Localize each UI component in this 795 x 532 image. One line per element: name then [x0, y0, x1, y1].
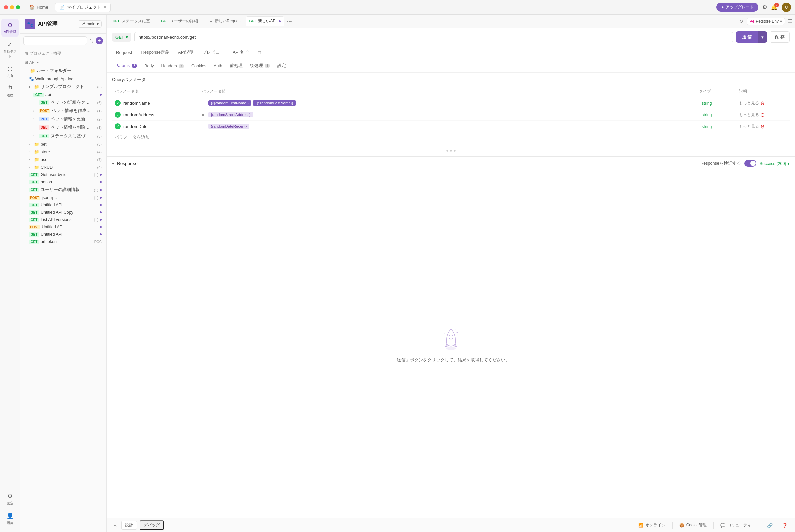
sub-tab-settings[interactable]: 設定 — [274, 61, 289, 71]
save-button[interactable]: 保 存 — [770, 31, 790, 43]
param-value-1[interactable]: {{$randomFirstName}} {{$randomLastName}} — [208, 100, 296, 106]
panel-tab-icon[interactable]: □ — [254, 47, 265, 59]
export-button[interactable]: 🔗 — [765, 522, 775, 529]
panel-tab-preview[interactable]: プレビュー — [198, 46, 228, 59]
tab-close-button[interactable]: ✕ — [103, 5, 107, 10]
validate-toggle[interactable] — [744, 160, 756, 167]
tree-item-put-pet[interactable]: › PUT ペット情報を更新… (2) — [21, 115, 105, 124]
more-link-2[interactable]: もっと見る — [739, 112, 759, 118]
param-value-3[interactable]: {randomDateRecent} — [208, 124, 249, 129]
tree-item-notion[interactable]: GET notion — [21, 178, 105, 186]
design-tab-button[interactable]: 設計 — [121, 521, 137, 530]
add-param-button[interactable]: パラメータを追加 — [112, 133, 790, 142]
sidebar-item-autotest[interactable]: ✓ 自動テスト — [1, 38, 19, 61]
send-button[interactable]: 送 信 — [736, 31, 758, 43]
debug-tab-button[interactable]: デバッグ — [139, 520, 164, 530]
sub-tab-post-process[interactable]: 後処理 1 — [247, 61, 273, 71]
req-tab-new-request[interactable]: ✦ 新しいRequest — [206, 17, 245, 26]
param-name-label-3[interactable]: randomDate — [124, 124, 148, 129]
response-collapse-button[interactable]: ▾ — [112, 161, 114, 166]
req-tab-status[interactable]: GET ステータスに基… — [110, 17, 157, 26]
sidebar-item-history[interactable]: ⏱ 履歴 — [1, 82, 19, 100]
param-name-label-1[interactable]: randomName — [124, 101, 150, 106]
main-area: GET ステータスに基… GET ユーザーの詳細… ✦ 新しいRequest G… — [107, 15, 795, 532]
tree-item-crud-folder[interactable]: › 📁 CRUD (4) — [21, 163, 105, 171]
url-input[interactable] — [134, 32, 733, 42]
method-selector[interactable]: GET ▾ — [112, 33, 132, 42]
remove-param-1[interactable]: ⊖ — [760, 100, 764, 107]
tree-item-post-untitled[interactable]: POST Untitled API — [21, 223, 105, 231]
tree-item-untitled-api-1[interactable]: GET Untitled API — [21, 201, 105, 209]
project-overview-item[interactable]: ⊞ プロジェクト概要 — [20, 49, 107, 58]
close-button[interactable] — [4, 5, 8, 10]
cookie-management[interactable]: 🍪 Cookie管理 — [679, 522, 706, 528]
tree-item-untitled-api-copy[interactable]: GET Untitled API Copy — [21, 209, 105, 216]
tree-item-url-token[interactable]: GET url token DOC — [21, 238, 105, 245]
walkthrough-item[interactable]: 🐾 Walk through Apidog — [21, 75, 105, 83]
tab-project[interactable]: 📄 マイプロジェクト ✕ — [55, 3, 111, 12]
sample-project-item[interactable]: ▾ 📁 サンプルプロジェクト (6) — [21, 83, 105, 91]
branch-selector[interactable]: ⎇ main ▾ — [78, 20, 102, 28]
req-tab-user-detail[interactable]: GET ユーザーの詳細… — [158, 17, 206, 26]
add-button[interactable]: + — [96, 37, 103, 44]
env-selector[interactable]: Pe Petstore Env ▾ — [746, 18, 785, 25]
filter-button[interactable]: ⧛ — [89, 38, 94, 43]
api-section[interactable]: ⊞ API ▾ — [20, 58, 107, 67]
notification-button[interactable]: 🔔 2 — [771, 4, 778, 10]
sidebar-item-invite[interactable]: 👤 招待 — [1, 510, 19, 528]
tree-item-api[interactable]: GET api — [21, 91, 105, 98]
sidebar-item-api[interactable]: ⚙ API管理 — [1, 19, 19, 37]
tree-item-del-pet[interactable]: › DEL ペット情報を削除… (1) — [21, 124, 105, 132]
more-link-1[interactable]: もっと見る — [739, 100, 759, 106]
sidebar-item-settings[interactable]: ⚙ 設定 — [1, 490, 19, 508]
panel-tab-response-def-label: Response定義 — [141, 50, 169, 55]
send-dropdown-button[interactable]: ▾ — [758, 31, 767, 43]
sub-tab-auth[interactable]: Auth — [210, 62, 226, 70]
tree-item-post-pet[interactable]: › POST ペット情報を作成… (1) — [21, 107, 105, 115]
tree-item-pet-folder[interactable]: › 📁 pet (3) — [21, 140, 105, 148]
sub-tab-cookies[interactable]: Cookies — [188, 62, 210, 70]
param-eq-3: = — [199, 124, 207, 129]
remove-param-3[interactable]: ⊖ — [760, 124, 764, 130]
sub-tab-headers[interactable]: Headers 7 — [158, 62, 187, 70]
param-name-label-2[interactable]: randomAddress — [124, 113, 154, 117]
tree-item-list-api-versions[interactable]: GET List API versions (1) — [21, 216, 105, 223]
tabs-more-button[interactable]: ••• — [285, 19, 294, 24]
tab-home[interactable]: 🏠 Home — [25, 3, 52, 11]
avatar[interactable]: U — [782, 3, 791, 12]
tree-item-pet-detail[interactable]: › GET ペットの詳細をク… (6) — [21, 98, 105, 107]
minimize-button[interactable] — [10, 5, 14, 10]
panel-tab-request[interactable]: Request — [112, 47, 136, 59]
sub-tab-pre-process[interactable]: 前処理 — [226, 61, 246, 71]
community-link[interactable]: 💬 コミュニティ — [720, 522, 751, 528]
tree-item-get-status[interactable]: › GET ステータスに基づ… (3) — [21, 132, 105, 140]
collapse-sidebar-button[interactable]: « — [112, 522, 119, 529]
hamburger-button[interactable]: ☰ — [788, 18, 792, 24]
maximize-button[interactable] — [16, 5, 20, 10]
check-circle-3: ✓ — [115, 124, 121, 130]
settings-button[interactable]: ⚙ — [762, 4, 767, 10]
remove-param-2[interactable]: ⊖ — [760, 112, 764, 118]
tree-item-user-detail[interactable]: GET ユーザーの詳細情報 (1) — [21, 186, 105, 194]
tree-item-user-folder[interactable]: › 📁 user (7) — [21, 155, 105, 163]
response-status[interactable]: Success (200) ▾ — [760, 161, 790, 166]
tree-item-get-user-by-id[interactable]: GET Get user by id (1) — [21, 171, 105, 178]
sub-tab-params[interactable]: Params 3 — [112, 62, 140, 71]
panel-tab-api-desc[interactable]: API説明 — [174, 46, 197, 59]
search-input[interactable] — [23, 36, 87, 45]
panel-tab-api-name[interactable]: API名 ◇ — [229, 46, 254, 59]
param-value-2[interactable]: {randomStreetAddress} — [208, 112, 254, 117]
sidebar-item-share[interactable]: ⬡ 共有 — [1, 63, 19, 81]
req-tab-new-api[interactable]: GET 新しいAPI — [246, 16, 284, 26]
tabs-refresh-button[interactable]: ↻ — [739, 19, 743, 24]
upgrade-button[interactable]: ✦ アップグレード — [716, 3, 758, 12]
req-tab-new-api-dot — [279, 20, 281, 22]
sub-tab-body[interactable]: Body — [141, 62, 157, 70]
tree-item-store-folder[interactable]: › 📁 store (4) — [21, 148, 105, 155]
help-button[interactable]: ❓ — [780, 522, 790, 529]
tree-item-get-untitled-2[interactable]: GET Untitled API — [21, 231, 105, 238]
panel-tab-response-def[interactable]: Response定義 — [137, 46, 173, 59]
more-link-3[interactable]: もっと見る — [739, 124, 759, 130]
tree-item-json-rpc[interactable]: POST json-rpc (1) — [21, 194, 105, 201]
root-folder[interactable]: 📁 ルートフォルダー — [21, 67, 105, 75]
